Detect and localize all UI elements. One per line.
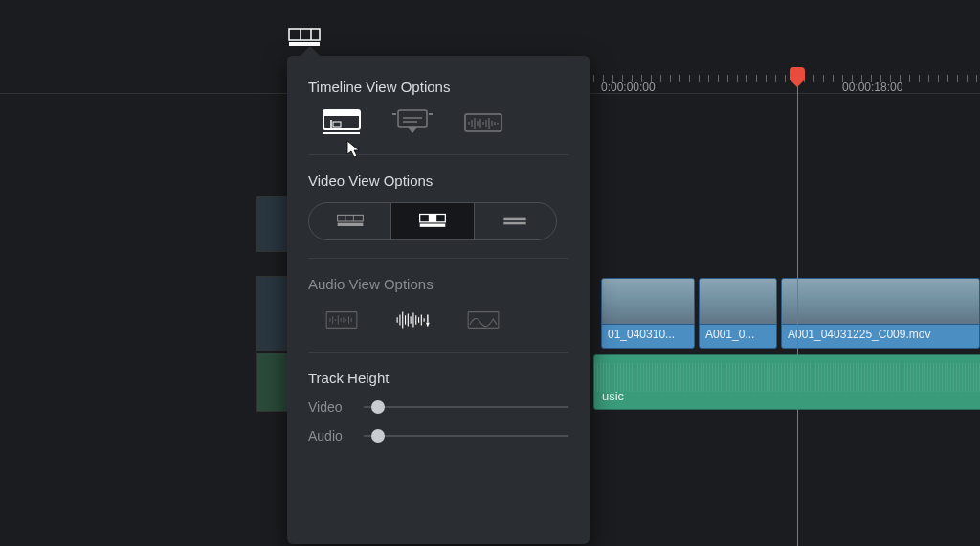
audio-track-header-1[interactable] — [256, 353, 291, 412]
audio-slider-label: Audio — [308, 428, 350, 444]
video-slider-label: Video — [308, 399, 350, 415]
clip-thumbnail — [782, 279, 979, 325]
svg-rect-11 — [398, 110, 427, 127]
timeline-view-options-title: Timeline View Options — [308, 79, 568, 95]
video-view-segmented-control — [308, 202, 557, 240]
clip-thumbnail — [700, 279, 776, 325]
video-track-height-slider[interactable] — [364, 399, 568, 415]
ruler-timecode-2: 00:00:18:00 — [842, 80, 902, 94]
audio-waveform — [594, 363, 980, 392]
video-clip-3[interactable]: A001_04031225_C009.mov — [781, 278, 980, 349]
svg-rect-7 — [333, 122, 341, 127]
clip-label: A001_0... — [700, 325, 776, 344]
ruler-timecode-1: 0:00:00:00 — [601, 80, 656, 94]
video-track-header-1[interactable] — [256, 276, 291, 351]
video-track-height-row: Video — [308, 399, 568, 415]
audio-waveforms-icon[interactable] — [461, 108, 505, 137]
audio-waveform-simple-icon[interactable] — [320, 306, 364, 334]
clip-label: A001_04031225_C009.mov — [782, 325, 979, 344]
audio-clip-label: usic — [602, 389, 624, 403]
timeline-view-options-button[interactable] — [287, 27, 322, 48]
stacked-timelines-icon[interactable] — [320, 108, 364, 137]
audio-clip[interactable]: usic — [593, 354, 980, 410]
svg-rect-33 — [504, 218, 526, 221]
timeline-view-options-row — [308, 108, 568, 137]
playhead[interactable] — [797, 67, 798, 546]
cursor-icon — [346, 140, 362, 159]
divider — [308, 258, 568, 259]
slider-knob[interactable] — [371, 429, 385, 443]
audio-view-options-row — [308, 306, 568, 334]
svg-rect-35 — [326, 312, 357, 329]
slider-track — [364, 406, 568, 408]
svg-rect-26 — [337, 215, 363, 221]
video-track-header-2[interactable] — [256, 196, 291, 252]
audio-waveform-full-icon[interactable] — [390, 306, 434, 334]
video-view-simple-icon[interactable] — [475, 203, 556, 239]
subtitle-tracks-icon[interactable] — [390, 108, 434, 137]
audio-view-options-title: Audio View Options — [308, 276, 568, 292]
video-clip-1[interactable]: 01_040310... — [601, 278, 695, 349]
video-view-thumbnail-icon[interactable] — [391, 203, 474, 239]
svg-rect-34 — [504, 222, 526, 225]
timeline-view-options-popup: Timeline View Options — [287, 56, 590, 544]
svg-rect-31 — [429, 215, 436, 222]
audio-waveform-rectified-icon[interactable] — [461, 306, 505, 334]
clip-label: 01_040310... — [602, 325, 694, 344]
video-view-filmstrip-icon[interactable] — [309, 203, 391, 239]
svg-rect-32 — [420, 224, 446, 227]
svg-rect-29 — [337, 223, 363, 226]
video-view-options-title: Video View Options — [308, 172, 568, 189]
divider — [308, 352, 568, 353]
svg-rect-5 — [323, 110, 360, 116]
track-height-title: Track Height — [308, 370, 568, 386]
clip-thumbnail — [602, 279, 694, 325]
slider-knob[interactable] — [371, 400, 385, 414]
audio-track-height-row: Audio — [308, 428, 568, 444]
slider-track — [364, 435, 568, 437]
svg-rect-0 — [289, 29, 320, 40]
video-clip-2[interactable]: A001_0... — [699, 278, 777, 349]
audio-track-height-slider[interactable] — [364, 428, 568, 444]
